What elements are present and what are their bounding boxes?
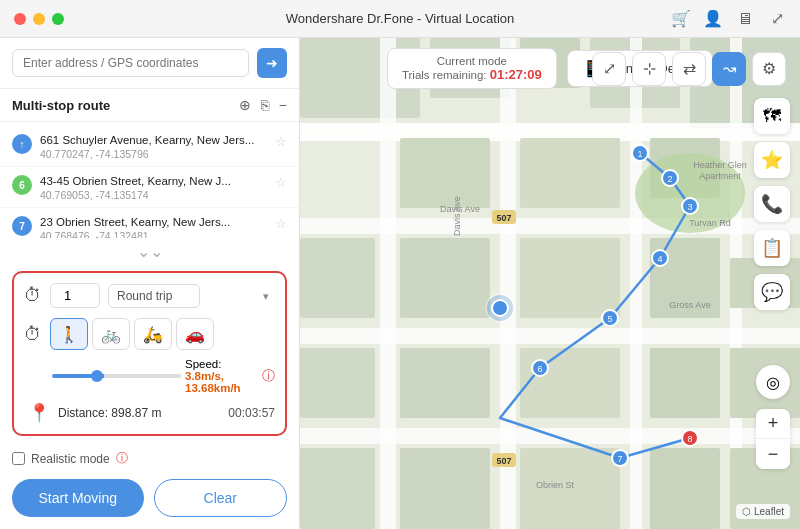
- toolbar-right: ⤢ ⊹ ⇄ ↝ ⚙: [592, 52, 786, 86]
- svg-rect-17: [300, 238, 375, 318]
- left-panel: ➜ Multi-stop route ⊕ ⎘ − ↑ 661 Schuyler …: [0, 38, 300, 529]
- expand-chevron[interactable]: ⌄⌄: [0, 238, 299, 265]
- svg-text:Davis Ave: Davis Ave: [452, 196, 462, 236]
- swap-tool-button[interactable]: ⇄: [672, 52, 706, 86]
- speed-slider[interactable]: [52, 374, 181, 378]
- zoom-in-button[interactable]: +: [756, 409, 790, 439]
- bike-mode-button[interactable]: 🚲: [92, 318, 130, 350]
- route-item: 7 23 Obrien Street, Kearny, New Jers... …: [0, 208, 299, 238]
- svg-rect-29: [400, 448, 490, 529]
- search-bar: ➜: [0, 38, 299, 89]
- route-info-2: 43-45 Obrien Street, Kearny, New J... 40…: [40, 173, 267, 201]
- svg-text:6: 6: [537, 364, 542, 374]
- svg-text:7: 7: [617, 454, 622, 464]
- route-dot-2: 6: [12, 175, 32, 195]
- svg-text:8: 8: [687, 434, 692, 444]
- map-area[interactable]: Davis Ave Davis Ave Obrien St Gross Ave …: [300, 38, 800, 529]
- route-coords-2: 40.769053, -74.135174: [40, 189, 267, 201]
- trip-count-input[interactable]: [50, 283, 100, 308]
- traffic-lights: [14, 13, 64, 25]
- trip-row: ⏱ Round trip One way Infinite loop: [24, 283, 275, 308]
- bottom-buttons: Start Moving Clear: [0, 473, 299, 529]
- svg-text:Apartment: Apartment: [699, 171, 741, 181]
- favorite-icon-3[interactable]: ☆: [275, 216, 287, 231]
- car-mode-button[interactable]: 🚗: [176, 318, 214, 350]
- zoom-out-button[interactable]: −: [756, 439, 790, 469]
- cart-icon[interactable]: 🛒: [672, 10, 690, 28]
- realistic-mode-checkbox[interactable]: [12, 452, 25, 465]
- svg-rect-8: [300, 328, 800, 344]
- speed-warning-icon[interactable]: ⓘ: [262, 367, 275, 385]
- route-tool-button[interactable]: ↝: [712, 52, 746, 86]
- monitor-icon[interactable]: 🖥: [736, 10, 754, 28]
- route-coords-1: 40.770247, -74.135796: [40, 148, 267, 160]
- fullscreen-tool-button[interactable]: ⤢: [592, 52, 626, 86]
- svg-text:507: 507: [496, 456, 511, 466]
- svg-text:Obrien St: Obrien St: [536, 480, 575, 490]
- svg-text:Turvan Rd: Turvan Rd: [689, 218, 731, 228]
- svg-text:507: 507: [496, 213, 511, 223]
- compass-button[interactable]: ◎: [756, 365, 790, 399]
- search-submit-button[interactable]: ➜: [257, 48, 287, 78]
- user-icon[interactable]: 👤: [704, 10, 722, 28]
- walk-mode-button[interactable]: 🚶: [50, 318, 88, 350]
- moped-mode-button[interactable]: 🛵: [134, 318, 172, 350]
- svg-rect-25: [520, 348, 620, 418]
- route-name-1: 661 Schuyler Avenue, Kearny, New Jers...: [40, 132, 267, 148]
- svg-text:Gross Ave: Gross Ave: [669, 300, 710, 310]
- svg-rect-18: [400, 238, 490, 318]
- grid-icon-button[interactable]: 📋: [754, 230, 790, 266]
- map-svg: Davis Ave Davis Ave Obrien St Gross Ave …: [300, 38, 800, 529]
- maps-icon-button[interactable]: 🗺: [754, 98, 790, 134]
- settings-tool-button[interactable]: ⚙: [752, 52, 786, 86]
- minimize-button[interactable]: [33, 13, 45, 25]
- trial-time: 01:27:09: [490, 67, 542, 82]
- main-container: ➜ Multi-stop route ⊕ ⎘ − ↑ 661 Schuyler …: [0, 38, 800, 529]
- discord-icon-button[interactable]: 💬: [754, 274, 790, 310]
- route-name-3: 23 Obrien Street, Kearny, New Jers...: [40, 214, 267, 230]
- map-right-sidebar: 🗺 ⭐ 📞 📋 💬: [754, 98, 790, 310]
- svg-rect-24: [400, 348, 490, 418]
- svg-rect-26: [650, 348, 720, 418]
- current-mode-label: Current mode: [402, 55, 542, 67]
- route-header-icons: ⊕ ⎘ −: [239, 97, 287, 113]
- minus-icon[interactable]: −: [279, 97, 287, 113]
- svg-text:2: 2: [667, 174, 672, 184]
- distance-row: 📍 Distance: 898.87 m 00:03:57: [28, 402, 275, 424]
- svg-text:3: 3: [687, 202, 692, 212]
- svg-rect-14: [400, 138, 490, 208]
- svg-point-51: [492, 300, 508, 316]
- expand-icon[interactable]: ⤢: [768, 10, 786, 28]
- trip-icon: ⏱: [24, 285, 42, 306]
- time-text: 00:03:57: [228, 406, 275, 420]
- trip-mode-select[interactable]: Round trip One way Infinite loop: [108, 284, 200, 308]
- route-info-1: 661 Schuyler Avenue, Kearny, New Jers...…: [40, 132, 267, 160]
- add-route-icon[interactable]: ⊕: [239, 97, 251, 113]
- search-input[interactable]: [12, 49, 249, 77]
- route-item: 6 43-45 Obrien Street, Kearny, New J... …: [0, 167, 299, 208]
- phone-icon-button[interactable]: 📞: [754, 186, 790, 222]
- svg-rect-15: [520, 138, 620, 208]
- route-header: Multi-stop route ⊕ ⎘ −: [0, 89, 299, 122]
- start-moving-button[interactable]: Start Moving: [12, 479, 144, 517]
- route-name-2: 43-45 Obrien Street, Kearny, New J...: [40, 173, 267, 189]
- clear-button[interactable]: Clear: [154, 479, 288, 517]
- star-icon-button[interactable]: ⭐: [754, 142, 790, 178]
- route-title: Multi-stop route: [12, 98, 110, 113]
- svg-text:5: 5: [607, 314, 612, 324]
- realistic-info-icon[interactable]: ⓘ: [116, 450, 128, 467]
- favorite-icon-1[interactable]: ☆: [275, 134, 287, 149]
- route-dot-3: 7: [12, 216, 32, 236]
- svg-rect-23: [300, 348, 375, 418]
- speedometer-icon: ⏱: [24, 324, 42, 345]
- close-button[interactable]: [14, 13, 26, 25]
- route-info-3: 23 Obrien Street, Kearny, New Jers... 40…: [40, 214, 267, 238]
- svg-rect-9: [300, 428, 800, 444]
- maximize-button[interactable]: [52, 13, 64, 25]
- speed-value: 3.8m/s, 13.68km/h: [185, 370, 241, 394]
- distance-icon: 📍: [28, 402, 50, 424]
- scatter-tool-button[interactable]: ⊹: [632, 52, 666, 86]
- export-icon[interactable]: ⎘: [261, 97, 269, 113]
- svg-text:Heather Glen: Heather Glen: [693, 160, 747, 170]
- favorite-icon-2[interactable]: ☆: [275, 175, 287, 190]
